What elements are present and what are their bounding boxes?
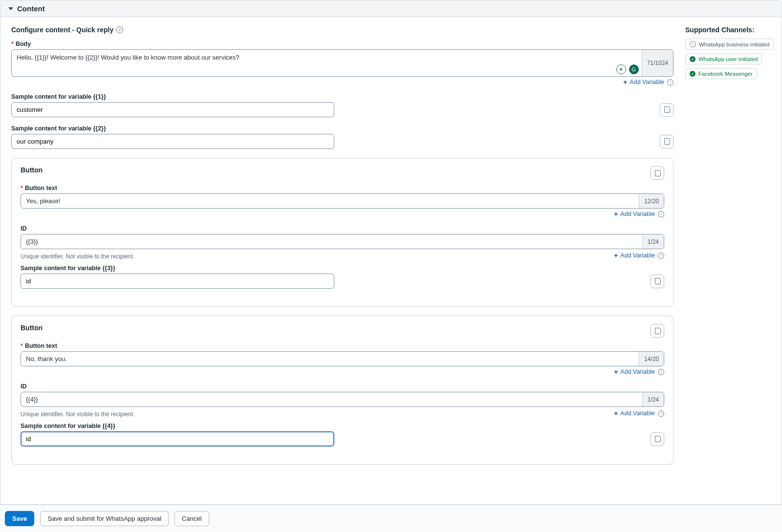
button-text-counter: 14/20 [639, 352, 664, 366]
add-variable-body[interactable]: + Add Variable [623, 79, 664, 85]
button-panel-title: Button [21, 324, 43, 332]
add-variable-button-id[interactable]: +Add Variable [614, 252, 655, 259]
plus-icon: + [614, 368, 618, 375]
variable-sample-row [11, 134, 673, 149]
button-id-label: ID [21, 225, 664, 232]
delete-button-panel[interactable] [651, 324, 664, 338]
content-section-header[interactable]: Content [0, 0, 782, 17]
channel-label: WhatsApp business initiated [699, 42, 769, 47]
channels-title: Supported Channels: [685, 26, 771, 34]
body-actions: + Add Variable i [11, 79, 673, 85]
info-icon[interactable]: i [116, 26, 123, 33]
button-id-input[interactable] [21, 392, 642, 406]
left-column: Configure content - Quick reply i * Body… [11, 26, 673, 492]
add-variable-label: Add Variable [630, 79, 664, 85]
body-textarea[interactable]: Hello, {{1}}! Welcome to {{2}}! Would yo… [12, 50, 642, 76]
add-variable-button-text[interactable]: +Add Variable [614, 368, 655, 375]
body-counter: 71/1024 [642, 50, 673, 76]
button-text-actions: +Add Variable i [21, 211, 664, 217]
body-textarea-value: Hello, {{1}}! Welcome to {{2}}! Would yo… [17, 54, 239, 61]
button-sample-input[interactable] [21, 431, 334, 447]
configure-subheader-text: Configure content - Quick reply [11, 26, 113, 34]
delete-variable-button[interactable] [660, 103, 673, 117]
cancel-button[interactable]: Cancel [174, 511, 209, 526]
button-id-counter: 1/24 [642, 392, 664, 406]
info-icon: i [690, 41, 696, 47]
button-text-counter: 12/20 [639, 194, 664, 208]
button-id-actions: Unique identifier. Not visible to the re… [21, 409, 664, 418]
plus-icon: + [623, 79, 627, 85]
bulb-icon[interactable]: ✦ [616, 64, 626, 74]
variable-sample-group: Sample content for variable {{1}} [11, 93, 673, 117]
button-id-actions: Unique identifier. Not visible to the re… [21, 251, 664, 260]
info-icon[interactable]: i [667, 79, 673, 85]
button-id-hint: Unique identifier. Not visible to the re… [21, 253, 134, 260]
save-submit-button[interactable]: Save and submit for WhatsApp approval [40, 511, 169, 526]
check-icon: ✓ [690, 71, 695, 77]
info-icon[interactable]: i [658, 410, 664, 417]
variable-sample-input[interactable] [11, 134, 334, 149]
add-variable-button-id[interactable]: +Add Variable [614, 410, 655, 417]
channel-chip: ✓WhatsApp user initiated [685, 54, 762, 64]
info-icon[interactable]: i [658, 253, 664, 259]
channel-chip: iWhatsApp business initiated [685, 39, 774, 50]
button-id-wrap: 1/24 [21, 392, 664, 407]
delete-button-sample[interactable] [651, 275, 664, 288]
body-group: * Body Hello, {{1}}! Welcome to {{2}}! W… [11, 41, 673, 85]
button-text-label: *Button text [21, 342, 664, 349]
variable-sample-label: Sample content for variable {{2}} [11, 125, 673, 132]
button-text-wrap: 14/20 [21, 351, 664, 366]
grammarly-icon[interactable]: G [629, 64, 639, 74]
configure-subheader: Configure content - Quick reply i [11, 26, 673, 34]
info-icon[interactable]: i [658, 369, 664, 375]
required-marker: * [11, 41, 14, 47]
body-ai-icons: ✦ G [616, 64, 639, 74]
info-icon[interactable]: i [658, 211, 664, 217]
body-label: * Body [11, 41, 673, 47]
delete-button-sample[interactable] [651, 432, 664, 446]
variable-sample-input[interactable] [11, 102, 334, 117]
trash-icon [664, 106, 670, 113]
plus-icon: + [614, 252, 618, 259]
button-id-hint: Unique identifier. Not visible to the re… [21, 411, 134, 418]
channel-label: Facebook Messenger [698, 71, 753, 77]
button-text-input[interactable] [21, 352, 639, 366]
variable-sample-row [11, 102, 673, 117]
button-id-wrap: 1/24 [21, 234, 664, 249]
main-area: Configure content - Quick reply i * Body… [0, 17, 782, 505]
delete-variable-button[interactable] [660, 135, 673, 149]
add-variable-button-text[interactable]: +Add Variable [614, 211, 655, 217]
button-text-actions: +Add Variable i [21, 368, 664, 375]
body-label-text: Body [16, 41, 31, 47]
button-sample-row [21, 274, 664, 289]
save-button[interactable]: Save [5, 511, 34, 526]
check-icon: ✓ [690, 56, 695, 62]
bottom-bar: Save Save and submit for WhatsApp approv… [0, 505, 782, 532]
trash-icon [654, 170, 660, 176]
channel-label: WhatsApp user initiated [698, 56, 758, 62]
button-sample-label: Sample content for variable {{4}} [21, 423, 664, 429]
button-panel-title: Button [21, 166, 43, 174]
trash-icon [654, 278, 660, 284]
section-title: Content [17, 4, 45, 13]
button-sample-input[interactable] [21, 274, 334, 289]
trash-icon [664, 138, 670, 145]
plus-icon: + [614, 410, 618, 417]
button-id-counter: 1/24 [642, 234, 664, 249]
variable-sample-group: Sample content for variable {{2}} [11, 125, 673, 149]
trash-icon [654, 328, 660, 334]
button-panel: Button *Button text 14/20 +Add Variable … [11, 316, 673, 465]
delete-button-panel[interactable] [651, 166, 664, 180]
variable-sample-label: Sample content for variable {{1}} [11, 93, 673, 100]
plus-icon: + [614, 211, 618, 217]
body-textarea-wrap: Hello, {{1}}! Welcome to {{2}}! Would yo… [11, 49, 673, 77]
supported-channels: Supported Channels: iWhatsApp business i… [685, 26, 771, 492]
channel-chip: ✓Facebook Messenger [685, 68, 757, 79]
button-text-input[interactable] [21, 194, 639, 208]
chevron-down-icon [8, 7, 13, 10]
trash-icon [654, 436, 660, 442]
button-text-wrap: 12/20 [21, 193, 664, 209]
button-id-label: ID [21, 383, 664, 390]
button-sample-row [21, 431, 664, 447]
button-id-input[interactable] [21, 234, 642, 249]
